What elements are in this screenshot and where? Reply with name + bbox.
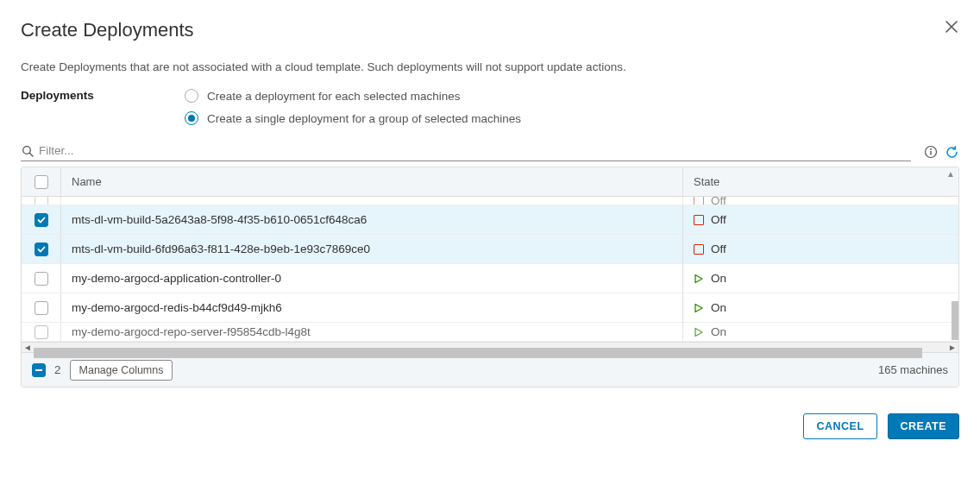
radio-each-machine[interactable]: Create a deployment for each selected ma… xyxy=(185,89,521,103)
state-off-icon xyxy=(694,244,704,255)
row-checkbox[interactable] xyxy=(35,272,48,286)
radio-single-deployment[interactable]: Create a single deployment for a group o… xyxy=(185,111,521,125)
table-row[interactable]: my-demo-argocd-redis-b44cf9d49-mjkh6On xyxy=(22,293,958,323)
create-button[interactable]: CREATE xyxy=(888,413,959,439)
state-off-icon xyxy=(694,197,704,205)
dialog-subtitle: Create Deployments that are not associat… xyxy=(0,41,980,89)
row-checkbox[interactable] xyxy=(35,301,48,315)
column-header-state[interactable]: State xyxy=(682,167,958,196)
row-name: my-demo-argocd-redis-b44cf9d49-mjkh6 xyxy=(61,301,682,314)
table-row[interactable]: my-demo-argocd-application-controller-0O… xyxy=(22,264,958,293)
selection-indicator-checkbox[interactable] xyxy=(32,363,46,377)
state-on-icon xyxy=(694,303,704,313)
state-label: Off xyxy=(711,197,726,205)
row-state: On xyxy=(682,264,958,293)
sort-caret-icon: ▲ xyxy=(946,169,955,179)
vertical-scrollbar[interactable] xyxy=(952,215,958,363)
search-icon xyxy=(21,144,34,157)
radio-icon xyxy=(185,111,198,125)
state-on-icon xyxy=(694,327,704,337)
selected-count: 2 xyxy=(54,363,61,376)
row-checkbox[interactable] xyxy=(35,325,48,339)
row-checkbox[interactable] xyxy=(35,213,48,227)
machines-count-label: 165 machines xyxy=(878,363,948,376)
table-row[interactable]: Off xyxy=(22,197,958,205)
radio-each-label: Create a deployment for each selected ma… xyxy=(207,90,460,103)
close-button[interactable] xyxy=(944,19,959,35)
table-row[interactable]: mts-dl-vm-build-5a2643a8-5f98-4f35-b610-… xyxy=(22,205,958,235)
machines-table: Name State ▲ Offmts-dl-vm-build-5a2643a8… xyxy=(21,167,959,387)
scroll-left-icon[interactable]: ◄ xyxy=(22,343,34,353)
table-row[interactable]: my-demo-argocd-repo-server-f95854cdb-l4g… xyxy=(22,323,958,342)
row-name: mts-dl-vm-build-5a2643a8-5f98-4f35-b610-… xyxy=(61,213,682,226)
column-header-name[interactable]: Name xyxy=(61,175,682,188)
state-label: On xyxy=(711,272,726,285)
row-state: On xyxy=(682,323,958,341)
radio-icon xyxy=(185,89,198,103)
manage-columns-button[interactable]: Manage Columns xyxy=(70,360,173,381)
row-state: On xyxy=(682,293,958,322)
close-icon xyxy=(945,21,958,33)
svg-rect-3 xyxy=(930,151,931,155)
row-checkbox[interactable] xyxy=(35,197,48,205)
hscroll-thumb[interactable] xyxy=(34,348,922,358)
dialog-title: Create Deployments xyxy=(21,19,194,41)
deployment-mode-radiogroup: Create a deployment for each selected ma… xyxy=(185,89,521,125)
filter-input[interactable] xyxy=(39,142,911,159)
info-button[interactable] xyxy=(923,144,939,160)
radio-single-label: Create a single deployment for a group o… xyxy=(207,112,521,125)
vscroll-thumb[interactable] xyxy=(952,301,958,340)
table-header: Name State ▲ xyxy=(22,167,958,197)
row-name: my-demo-argocd-repo-server-f95854cdb-l4g… xyxy=(61,325,682,338)
horizontal-scrollbar[interactable]: ◄ ► xyxy=(22,342,958,352)
refresh-button[interactable] xyxy=(944,144,959,160)
state-off-icon xyxy=(694,215,704,225)
row-state: Off xyxy=(682,235,958,263)
row-state: Off xyxy=(682,205,958,234)
table-body[interactable]: Offmts-dl-vm-build-5a2643a8-5f98-4f35-b6… xyxy=(22,197,958,342)
state-label: On xyxy=(711,301,726,314)
refresh-icon xyxy=(945,145,959,160)
row-checkbox[interactable] xyxy=(35,243,48,256)
row-state: Off xyxy=(682,197,958,205)
deployments-label: Deployments xyxy=(21,89,185,125)
row-name: my-demo-argocd-application-controller-0 xyxy=(61,272,682,285)
state-label: Off xyxy=(711,243,726,255)
state-label: On xyxy=(711,325,726,338)
table-row[interactable]: mts-dl-vm-build-6fd96a63-f811-428e-b9eb-… xyxy=(22,235,958,264)
row-name: mts-dl-vm-build-6fd96a63-f811-428e-b9eb-… xyxy=(61,243,682,255)
state-on-icon xyxy=(694,274,704,284)
state-label: Off xyxy=(711,213,726,226)
info-icon xyxy=(924,145,938,159)
svg-point-2 xyxy=(930,148,932,150)
select-all-checkbox[interactable] xyxy=(35,175,48,189)
cancel-button[interactable]: CANCEL xyxy=(803,413,876,439)
